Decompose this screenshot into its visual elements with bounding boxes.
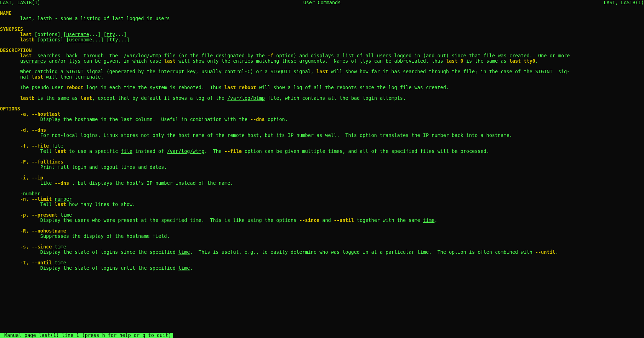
path-wtmp: /var/log/wtmp (124, 53, 161, 58)
manpage-body: NAME last, lastb - show a listing of las… (0, 5, 644, 271)
syn2-cmd: lastb (0, 37, 35, 42)
path-btmp: /var/log/btmp (227, 95, 265, 101)
opt-dns: -d, --dns (0, 127, 46, 133)
header-right: LAST, LASTB(1) (604, 0, 644, 5)
opt-since: -s (0, 244, 26, 250)
opt-nohostname: -R, --nohostname (0, 228, 66, 234)
section-name: NAME (0, 10, 12, 16)
terminal-window[interactable]: LAST, LASTB(1) User Commands LAST, LASTB… (0, 0, 644, 338)
opt-ip: -i, --ip (0, 175, 43, 181)
manpage-header: LAST, LASTB(1) User Commands LAST, LASTB… (0, 0, 644, 5)
header-left: LAST, LASTB(1) (0, 0, 40, 5)
syn2-tty: tty (109, 37, 118, 42)
header-center: User Commands (303, 0, 341, 5)
opt-limit: -n (0, 196, 26, 202)
section-description: DESCRIPTION (0, 47, 32, 53)
opt-fulltimes: -F, --fulltimes (0, 159, 63, 165)
opt-until: -t (0, 260, 26, 265)
opt-hostlast: -a, --hostlast (0, 111, 61, 117)
opt-file: -f (0, 143, 26, 149)
section-synopsis: SYNOPSIS (0, 26, 23, 32)
syn1-cmd: last (0, 31, 32, 37)
syn2-username: username (69, 37, 92, 42)
name-text: last, lastb - show a listing of last log… (0, 16, 170, 21)
pager-status-bar[interactable]: Manual page last(1) line 1 (press h for … (0, 333, 173, 338)
opt-present: -p (0, 212, 26, 218)
syn1-username: username (66, 31, 89, 37)
syn1-tty: tty (107, 31, 115, 37)
section-options: OPTIONS (0, 106, 20, 111)
opt-number-dash: - (0, 191, 23, 196)
